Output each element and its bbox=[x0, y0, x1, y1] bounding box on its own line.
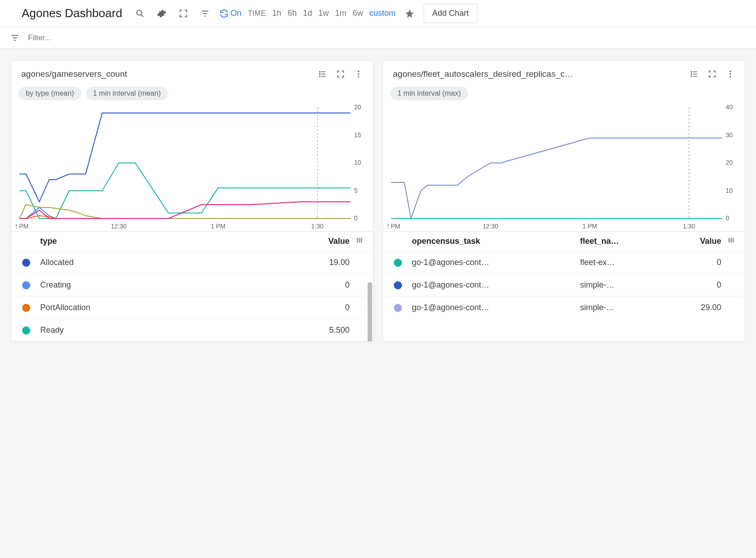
scrollbar-thumb[interactable] bbox=[368, 282, 372, 342]
row-label2: simple-… bbox=[580, 280, 680, 290]
expand-icon[interactable] bbox=[333, 67, 348, 81]
columns-icon[interactable] bbox=[725, 236, 737, 246]
svg-text:12 PM: 12 PM bbox=[387, 223, 400, 230]
row-label: Creating bbox=[40, 280, 308, 290]
svg-text:12 PM: 12 PM bbox=[16, 223, 28, 230]
table-row[interactable]: go-1@agones-cont… simple-… 29.00 bbox=[383, 296, 745, 319]
auto-refresh-toggle[interactable]: On bbox=[219, 9, 242, 19]
svg-text:10: 10 bbox=[354, 159, 361, 166]
svg-text:0: 0 bbox=[726, 214, 729, 222]
list-icon[interactable] bbox=[315, 67, 330, 81]
col-header[interactable]: opencensus_task bbox=[412, 237, 580, 246]
svg-text:40: 40 bbox=[726, 105, 733, 111]
gear-icon[interactable] bbox=[154, 6, 169, 21]
row-value: 29.00 bbox=[680, 303, 725, 312]
row-value: 0 bbox=[680, 258, 725, 267]
chip[interactable]: by type (mean) bbox=[19, 87, 81, 100]
svg-rect-30 bbox=[361, 238, 362, 243]
svg-point-14 bbox=[358, 71, 359, 72]
svg-line-1 bbox=[141, 14, 143, 17]
col-header[interactable]: fleet_na… bbox=[580, 237, 680, 246]
fullscreen-icon[interactable] bbox=[176, 6, 191, 21]
chart-title: agones/fleet_autoscalers_desired_replica… bbox=[393, 69, 687, 79]
list-icon[interactable] bbox=[687, 67, 701, 81]
add-chart-button[interactable]: Add Chart bbox=[424, 4, 477, 23]
color-swatch bbox=[394, 259, 402, 267]
row-label: go-1@agones-cont… bbox=[412, 303, 580, 312]
col-header[interactable]: Value bbox=[680, 237, 725, 246]
col-header[interactable]: type bbox=[40, 237, 308, 246]
svg-text:5: 5 bbox=[354, 187, 358, 194]
color-swatch bbox=[22, 281, 30, 289]
svg-point-31 bbox=[691, 71, 692, 72]
filter-list-icon[interactable] bbox=[197, 6, 213, 21]
dashboard-title: Agones Dashboard bbox=[22, 6, 122, 20]
svg-text:12:30: 12:30 bbox=[482, 223, 498, 230]
chart-plot[interactable]: 0510152012 PM12:301 PM1:30 bbox=[11, 105, 373, 231]
svg-rect-53 bbox=[733, 238, 734, 243]
table-row[interactable]: go-1@agones-cont… simple-… 0 bbox=[383, 274, 745, 296]
svg-point-38 bbox=[729, 73, 731, 74]
svg-point-37 bbox=[729, 71, 731, 72]
time-option-custom[interactable]: custom bbox=[369, 9, 396, 18]
table-row[interactable]: Allocated 19.00 bbox=[11, 251, 373, 274]
svg-text:1 PM: 1 PM bbox=[210, 223, 225, 230]
time-option-6h[interactable]: 6h bbox=[288, 9, 297, 18]
time-option-1h[interactable]: 1h bbox=[272, 9, 281, 18]
svg-text:15: 15 bbox=[354, 131, 361, 139]
row-label2: simple-… bbox=[580, 303, 680, 312]
legend-table: opencensus_task fleet_na… Value go-1@ago… bbox=[383, 231, 745, 319]
svg-point-16 bbox=[358, 76, 359, 77]
table-row[interactable]: Ready 5.500 bbox=[11, 319, 373, 341]
expand-icon[interactable] bbox=[705, 67, 719, 81]
filter-bar bbox=[0, 27, 756, 49]
svg-text:12:30: 12:30 bbox=[111, 223, 126, 230]
chart-card: agones/fleet_autoscalers_desired_replica… bbox=[383, 60, 745, 342]
row-value: 0 bbox=[680, 280, 725, 290]
more-vert-icon[interactable] bbox=[723, 67, 737, 81]
columns-icon[interactable] bbox=[353, 236, 366, 246]
row-value: 19.00 bbox=[308, 258, 353, 267]
legend-table: type Value Allocated 19.00 Creating 0 Po… bbox=[11, 231, 373, 341]
time-option-1d[interactable]: 1d bbox=[303, 9, 312, 18]
svg-rect-28 bbox=[357, 238, 358, 243]
svg-rect-51 bbox=[728, 238, 730, 243]
svg-point-35 bbox=[691, 76, 692, 77]
time-option-1w[interactable]: 1w bbox=[318, 9, 329, 18]
svg-text:1 PM: 1 PM bbox=[582, 223, 597, 230]
table-row[interactable]: PortAllocation 0 bbox=[11, 296, 373, 319]
svg-point-33 bbox=[691, 74, 692, 74]
time-option-6w[interactable]: 6w bbox=[353, 9, 363, 18]
row-label: go-1@agones-cont… bbox=[412, 280, 580, 290]
row-label: Allocated bbox=[40, 258, 308, 267]
filter-icon[interactable] bbox=[7, 30, 23, 46]
search-icon[interactable] bbox=[132, 6, 148, 21]
col-header[interactable]: Value bbox=[308, 237, 353, 246]
svg-point-0 bbox=[136, 10, 141, 15]
table-row[interactable]: go-1@agones-cont… fleet-ex… 0 bbox=[383, 251, 745, 274]
svg-point-8 bbox=[319, 71, 320, 72]
row-value: 0 bbox=[308, 303, 353, 312]
color-swatch bbox=[22, 326, 30, 335]
svg-text:30: 30 bbox=[726, 131, 733, 139]
color-swatch bbox=[22, 304, 30, 312]
row-value: 5.500 bbox=[308, 326, 353, 335]
star-icon[interactable] bbox=[402, 6, 417, 21]
chart-card: agones/gameservers_count by type (mean) … bbox=[11, 60, 373, 342]
chart-plot[interactable]: 01020304012 PM12:301 PM1:30 bbox=[383, 105, 745, 231]
svg-point-12 bbox=[319, 76, 320, 77]
svg-text:1:30: 1:30 bbox=[311, 223, 323, 230]
chip[interactable]: 1 min interval (mean) bbox=[86, 87, 168, 100]
svg-text:20: 20 bbox=[354, 105, 361, 111]
top-toolbar: Agones Dashboard On TIME 1h 6h 1d 1w 1m … bbox=[0, 0, 756, 27]
svg-text:20: 20 bbox=[726, 159, 733, 166]
svg-text:1:30: 1:30 bbox=[683, 223, 695, 230]
row-label: PortAllocation bbox=[40, 303, 308, 312]
filter-input[interactable] bbox=[28, 33, 749, 42]
chart-title: agones/gameservers_count bbox=[21, 69, 315, 79]
more-vert-icon[interactable] bbox=[351, 67, 366, 81]
svg-rect-52 bbox=[731, 238, 732, 243]
table-row[interactable]: Creating 0 bbox=[11, 274, 373, 296]
chip[interactable]: 1 min interval (max) bbox=[390, 87, 468, 100]
time-option-1m[interactable]: 1m bbox=[335, 9, 346, 18]
